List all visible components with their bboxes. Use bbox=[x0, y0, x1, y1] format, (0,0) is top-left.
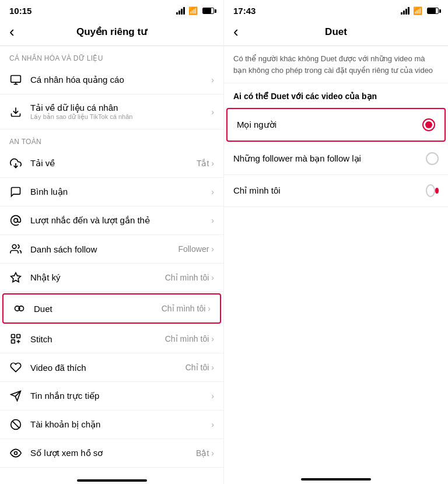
liked-label: Video đã thích bbox=[30, 363, 186, 373]
stitch-label: Stitch bbox=[30, 334, 165, 344]
right-status-bar: 17:43 📶 bbox=[224, 0, 448, 18]
liked-chevron: › bbox=[211, 363, 214, 372]
left-signal-icon bbox=[176, 7, 185, 15]
right-back-button[interactable]: ‹ bbox=[233, 23, 239, 41]
left-battery-icon bbox=[202, 8, 214, 14]
left-back-button[interactable]: ‹ bbox=[9, 23, 15, 41]
data-sublabel: Lấy bản sao dữ liệu TikTok cá nhân bbox=[30, 113, 211, 121]
block-icon bbox=[9, 419, 22, 430]
menu-item-duet[interactable]: Duet Chỉ mình tôi › bbox=[2, 293, 221, 324]
diary-chevron: › bbox=[211, 273, 214, 282]
left-status-icons: 📶 bbox=[176, 6, 214, 15]
follow-icon bbox=[9, 243, 22, 255]
blocked-label: Tài khoản bị chặn bbox=[30, 419, 211, 430]
menu-item-follow[interactable]: Danh sách follow Follower › bbox=[0, 235, 223, 264]
right-time: 17:43 bbox=[233, 6, 256, 16]
comment-label: Bình luận bbox=[30, 187, 211, 197]
menu-item-views[interactable]: Số lượt xem hồ sơ Bật › bbox=[0, 439, 223, 468]
menu-item-ads[interactable]: Cá nhân hóa quảng cáo › bbox=[0, 66, 223, 94]
svg-point-17 bbox=[15, 452, 18, 455]
radio-everyone[interactable] bbox=[422, 118, 435, 131]
mention-chevron: › bbox=[211, 216, 214, 225]
mention-icon bbox=[9, 215, 22, 226]
left-home-indicator bbox=[0, 472, 223, 484]
mention-label: Lượt nhắc đến và lượt gắn thẻ bbox=[30, 215, 211, 226]
right-nav-header: ‹ Duet bbox=[224, 18, 448, 45]
duet-section-label: Ai có thể Duet với các video của bạn bbox=[224, 83, 448, 107]
blocked-chevron: › bbox=[211, 420, 214, 429]
duet-icon bbox=[13, 303, 26, 314]
right-signal-icon bbox=[401, 7, 410, 15]
data-label: Tải về dữ liệu cá nhân bbox=[30, 103, 211, 113]
menu-item-message[interactable]: Tin nhắn trực tiếp › bbox=[0, 382, 223, 411]
svg-point-6 bbox=[12, 245, 16, 249]
option-everyone[interactable]: Mọi người bbox=[226, 108, 446, 142]
liked-value: Chỉ tôi bbox=[186, 363, 209, 372]
download-chevron: › bbox=[211, 159, 214, 168]
left-time: 10:15 bbox=[9, 6, 32, 16]
data-chevron: › bbox=[211, 107, 214, 117]
menu-item-liked[interactable]: Video đã thích Chỉ tôi › bbox=[0, 353, 223, 382]
duet-value: Chỉ mình tôi bbox=[162, 304, 206, 313]
duet-label: Duet bbox=[34, 304, 162, 314]
radio-only-me[interactable] bbox=[426, 184, 435, 197]
left-status-bar: 10:15 📶 bbox=[0, 0, 223, 18]
option-only-me[interactable]: Chỉ mình tôi bbox=[224, 175, 448, 207]
radio-partial-dot bbox=[435, 188, 439, 194]
download-label: Tải về bbox=[30, 158, 197, 169]
left-panel: 10:15 📶 ‹ Quyền riêng tư CÁ NHÂN HÓA VÀ … bbox=[0, 0, 224, 484]
option-followers-label: Những follower mà bạn follow lại bbox=[233, 153, 426, 164]
option-only-me-label: Chỉ mình tôi bbox=[233, 185, 426, 196]
right-panel: 17:43 📶 ‹ Duet Có thể người khác không D… bbox=[224, 0, 448, 484]
message-label: Tin nhắn trực tiếp bbox=[30, 391, 211, 401]
diary-label: Nhật ký bbox=[30, 272, 165, 283]
svg-rect-10 bbox=[12, 335, 15, 338]
svg-marker-7 bbox=[11, 273, 21, 282]
download-data-icon bbox=[9, 106, 22, 118]
left-nav-header: ‹ Quyền riêng tư bbox=[0, 18, 223, 45]
right-wifi-icon: 📶 bbox=[413, 6, 422, 15]
follow-chevron: › bbox=[211, 244, 214, 254]
left-wifi-icon: 📶 bbox=[188, 6, 198, 15]
diary-icon bbox=[9, 272, 22, 283]
stitch-chevron: › bbox=[211, 334, 214, 343]
stitch-icon bbox=[9, 333, 22, 345]
ads-chevron: › bbox=[211, 75, 214, 85]
menu-item-download[interactable]: Tải về Tắt › bbox=[0, 149, 223, 178]
svg-rect-0 bbox=[11, 76, 21, 83]
svg-line-16 bbox=[12, 421, 19, 428]
message-icon bbox=[9, 390, 22, 402]
menu-item-comment[interactable]: Bình luận › bbox=[0, 178, 223, 206]
view-icon bbox=[9, 447, 22, 459]
right-battery-icon bbox=[427, 8, 439, 14]
follow-label: Danh sách follow bbox=[30, 244, 178, 254]
ad-icon bbox=[9, 74, 22, 86]
right-page-title: Duet bbox=[325, 26, 347, 38]
views-value: Bật bbox=[196, 448, 209, 458]
duet-chevron: › bbox=[208, 304, 211, 313]
download-icon bbox=[9, 157, 22, 169]
right-status-icons: 📶 bbox=[401, 6, 439, 15]
heart-icon bbox=[9, 362, 22, 373]
menu-item-stitch[interactable]: Stitch Chỉ mình tôi › bbox=[0, 325, 223, 353]
menu-item-diary[interactable]: Nhật ký Chỉ mình tôi › bbox=[0, 264, 223, 292]
views-chevron: › bbox=[211, 448, 214, 458]
radio-followers[interactable] bbox=[426, 152, 439, 165]
menu-item-data[interactable]: Tải về dữ liệu cá nhân Lấy bản sao dữ li… bbox=[0, 94, 223, 129]
menu-item-blocked[interactable]: Tài khoản bị chặn › bbox=[0, 411, 223, 439]
comment-chevron: › bbox=[211, 187, 214, 197]
svg-point-5 bbox=[14, 219, 18, 223]
views-label: Số lượt xem hồ sơ bbox=[30, 448, 196, 458]
menu-item-mention[interactable]: Lượt nhắc đến và lượt gắn thẻ › bbox=[0, 206, 223, 235]
section-label-personalization: CÁ NHÂN HÓA VÀ DỮ LIỆU bbox=[0, 46, 223, 66]
comment-icon bbox=[9, 186, 22, 198]
option-everyone-label: Mọi người bbox=[237, 120, 422, 130]
option-followers[interactable]: Những follower mà bạn follow lại bbox=[224, 143, 448, 175]
section-label-safety: AN TOÀN bbox=[0, 129, 223, 149]
svg-rect-11 bbox=[17, 335, 20, 338]
diary-value: Chỉ mình tôi bbox=[165, 273, 209, 282]
stitch-value: Chỉ mình tôi bbox=[165, 334, 209, 343]
ads-label: Cá nhân hóa quảng cáo bbox=[30, 75, 211, 85]
follow-value: Follower bbox=[178, 244, 209, 254]
right-home-indicator bbox=[224, 472, 448, 484]
